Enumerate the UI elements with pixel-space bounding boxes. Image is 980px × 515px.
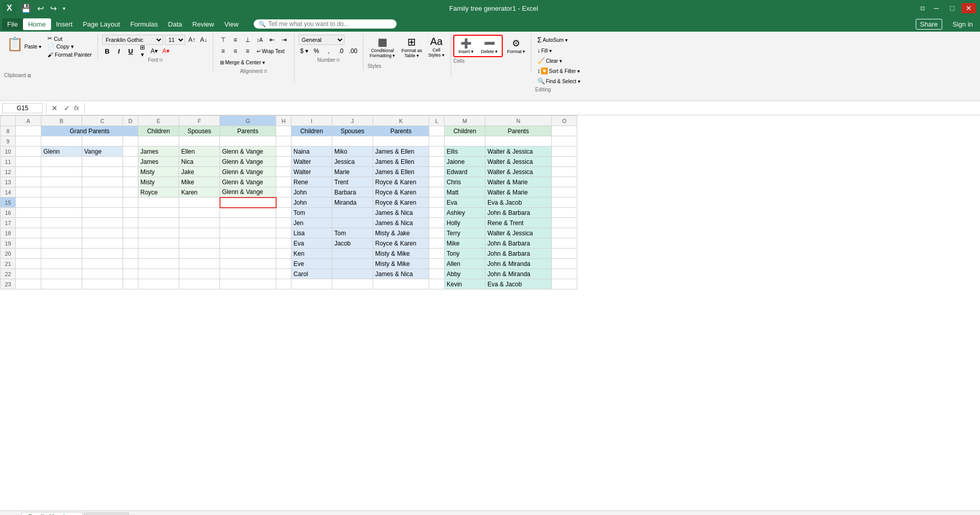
cell-N12[interactable]: Walter & Jessica	[485, 167, 552, 177]
indent-increase-button[interactable]: ⇥	[279, 35, 290, 45]
clipboard-expand-icon[interactable]: ⊡	[28, 73, 31, 78]
cell-F13[interactable]: Mike	[179, 177, 220, 187]
cell-A18[interactable]	[16, 228, 41, 238]
cell-L12[interactable]	[429, 167, 445, 177]
col-header-H[interactable]: H	[276, 116, 291, 126]
cell-O10[interactable]	[552, 146, 577, 157]
cell-G18[interactable]	[220, 228, 276, 238]
cell-L10[interactable]	[429, 146, 445, 157]
cell-G13[interactable]: Glenn & Vange	[220, 177, 276, 187]
align-middle-button[interactable]: ≡	[230, 35, 241, 45]
cell-I18[interactable]: Lisa	[291, 228, 332, 238]
cell-H9[interactable]	[276, 136, 291, 146]
cell-J14[interactable]: Barbara	[332, 187, 373, 198]
cell-D13[interactable]	[123, 177, 138, 187]
cell-A22[interactable]	[16, 269, 41, 279]
cell-I15[interactable]: John	[291, 198, 332, 208]
cell-K13[interactable]: Royce & Karen	[373, 177, 429, 187]
cell-D21[interactable]	[123, 259, 138, 269]
col-header-O[interactable]: O	[552, 116, 577, 126]
cell-H20[interactable]	[276, 249, 291, 259]
cell-K19[interactable]: Royce & Karen	[373, 238, 429, 249]
cell-N10[interactable]: Walter & Jessica	[485, 146, 552, 157]
merge-center-button[interactable]: ⊞ Merge & Center ▾	[217, 57, 267, 67]
cell-E12[interactable]: Misty	[138, 167, 179, 177]
cell-H17[interactable]	[276, 218, 291, 228]
cell-E19[interactable]	[138, 238, 179, 249]
cell-B17[interactable]	[41, 218, 82, 228]
cell-D15[interactable]	[123, 198, 138, 208]
font-expand-icon[interactable]: ⊡	[159, 58, 163, 62]
cell-L23[interactable]	[429, 279, 445, 289]
cell-O11[interactable]	[552, 157, 577, 167]
cell-O18[interactable]	[552, 228, 577, 238]
cell-C12[interactable]	[82, 167, 123, 177]
save-button[interactable]: 💾	[19, 3, 33, 14]
cell-K15[interactable]: Royce & Karen	[373, 198, 429, 208]
col-header-A[interactable]: A	[16, 116, 41, 126]
cell-F10[interactable]: Ellen	[179, 146, 220, 157]
menu-data[interactable]: Data	[163, 18, 187, 30]
share-button[interactable]: Share	[916, 19, 943, 30]
cell-J12[interactable]: Marie	[332, 167, 373, 177]
insert-function-button[interactable]: fx	[74, 104, 79, 112]
cell-F8[interactable]: Spouses	[179, 126, 220, 136]
cell-H12[interactable]	[276, 167, 291, 177]
cell-H10[interactable]	[276, 146, 291, 157]
cell-K14[interactable]: Royce & Karen	[373, 187, 429, 198]
cell-C15[interactable]	[82, 198, 123, 208]
cell-O17[interactable]	[552, 218, 577, 228]
cell-N15[interactable]: Eva & Jacob	[485, 198, 552, 208]
cell-F11[interactable]: Nica	[179, 157, 220, 167]
cell-N9[interactable]	[485, 136, 552, 146]
conditional-formatting-button[interactable]: ▦ ConditionalFormatting ▾	[368, 35, 398, 59]
cell-L18[interactable]	[429, 228, 445, 238]
copy-button[interactable]: 📄 Copy ▾	[46, 43, 93, 51]
menu-page-layout[interactable]: Page Layout	[78, 18, 125, 30]
cell-K11[interactable]: James & Ellen	[373, 157, 429, 167]
cell-I19[interactable]: Eva	[291, 238, 332, 249]
cell-K17[interactable]: James & Nica	[373, 218, 429, 228]
cell-F20[interactable]	[179, 249, 220, 259]
cell-D18[interactable]	[123, 228, 138, 238]
cell-E11[interactable]: James	[138, 157, 179, 167]
cell-O12[interactable]	[552, 167, 577, 177]
cell-A19[interactable]	[16, 238, 41, 249]
cell-G17[interactable]	[220, 218, 276, 228]
cell-D23[interactable]	[123, 279, 138, 289]
cell-O8[interactable]	[552, 126, 577, 136]
text-direction-button[interactable]: ↕A	[254, 35, 265, 45]
cell-D16[interactable]	[123, 208, 138, 218]
cell-B16[interactable]	[41, 208, 82, 218]
cell-A21[interactable]	[16, 259, 41, 269]
cell-styles-button[interactable]: Aa CellStyles ▾	[426, 35, 447, 59]
cell-G9[interactable]	[220, 136, 276, 146]
cell-M19[interactable]: Mike	[445, 238, 485, 249]
cell-K12[interactable]: James & Ellen	[373, 167, 429, 177]
cell-B22[interactable]	[41, 269, 82, 279]
cell-D19[interactable]	[123, 238, 138, 249]
cell-C9[interactable]	[82, 136, 123, 146]
cell-N13[interactable]: Walter & Marie	[485, 177, 552, 187]
cell-E16[interactable]	[138, 208, 179, 218]
customize-qa-button[interactable]: ▾	[61, 5, 67, 12]
menu-insert[interactable]: Insert	[51, 18, 78, 30]
cell-N14[interactable]: Walter & Marie	[485, 187, 552, 198]
cell-B20[interactable]	[41, 249, 82, 259]
cell-C13[interactable]	[82, 177, 123, 187]
alignment-expand-icon[interactable]: ⊡	[264, 69, 267, 73]
font-color-button[interactable]: A▾	[161, 46, 171, 56]
redo-button[interactable]: ↪	[48, 3, 59, 14]
indent-decrease-button[interactable]: ⇤	[266, 35, 278, 45]
cell-I21[interactable]: Eve	[291, 259, 332, 269]
cell-J15[interactable]: Miranda	[332, 198, 373, 208]
cell-E15[interactable]	[138, 198, 179, 208]
cell-E22[interactable]	[138, 269, 179, 279]
cell-G11[interactable]: Glenn & Vange	[220, 157, 276, 167]
sort-filter-button[interactable]: ↕🔽 Sort & Filter ▾	[535, 66, 582, 76]
decrease-decimal-button[interactable]: .00	[348, 46, 359, 56]
cell-I10[interactable]: Naina	[291, 146, 332, 157]
cell-E14[interactable]: Royce	[138, 187, 179, 198]
cell-N18[interactable]: Walter & Jessica	[485, 228, 552, 238]
close-button[interactable]: ✕	[962, 3, 976, 13]
